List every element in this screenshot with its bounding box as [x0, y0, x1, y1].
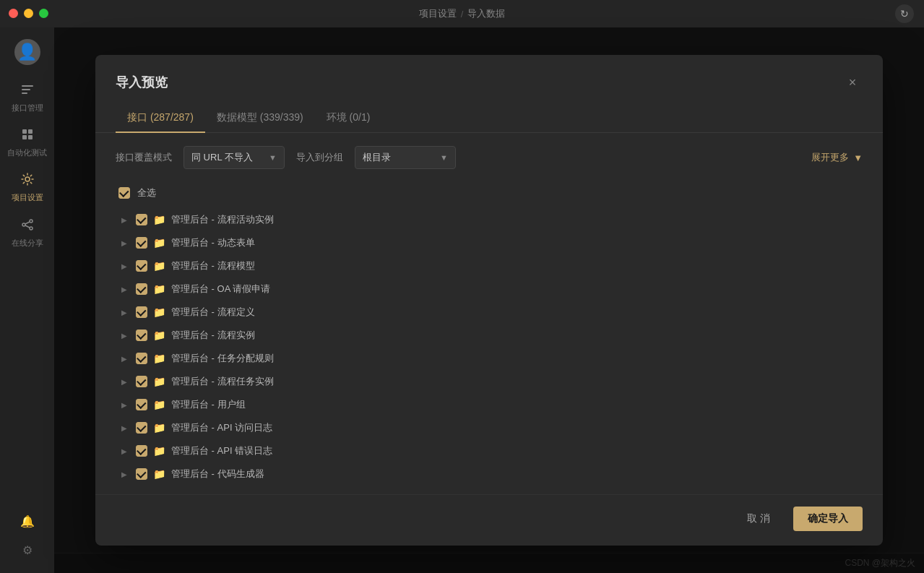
expand-arrow[interactable]: ▶ — [118, 329, 130, 341]
expand-arrow[interactable]: ▶ — [118, 468, 130, 480]
avatar: 👤 — [14, 39, 40, 65]
item-text-3: 管理后台 - OA 请假申请 — [171, 283, 270, 296]
item-checkbox-0[interactable] — [136, 214, 147, 225]
item-checkbox-7[interactable] — [136, 376, 147, 387]
svg-point-9 — [22, 223, 25, 226]
modal-overlay: 导入预览 × 接口 (287/287) 数据模型 (339/339) 环境 (0… — [54, 27, 924, 573]
api-icon — [20, 82, 35, 100]
item-checkbox-5[interactable] — [136, 329, 147, 341]
expand-arrow[interactable]: ▶ — [118, 237, 130, 249]
close-button[interactable] — [9, 9, 18, 18]
maximize-button[interactable] — [39, 9, 48, 18]
expand-arrow[interactable]: ▶ — [118, 260, 130, 272]
item-checkbox-6[interactable] — [136, 353, 147, 364]
folder-icon: 📁 — [153, 306, 165, 318]
sidebar-item-autotest-label: 自动化测试 — [7, 148, 47, 158]
expand-arrow[interactable]: ▶ — [118, 422, 130, 434]
select-all-checkbox[interactable] — [118, 187, 130, 199]
expand-arrow[interactable]: ▶ — [118, 283, 130, 295]
breadcrumb-part2: 导入数据 — [467, 7, 505, 20]
cover-mode-value: 同 URL 不导入 — [191, 151, 253, 164]
import-group-chevron: ▼ — [440, 153, 448, 162]
expand-more-label: 展开更多 — [811, 151, 849, 164]
svg-rect-2 — [22, 92, 27, 94]
confirm-button[interactable]: 确定导入 — [793, 507, 863, 531]
folder-icon: 📁 — [153, 445, 165, 457]
list-item: ▶ 📁 管理后台 - 动态表单 — [116, 231, 863, 254]
item-checkbox-3[interactable] — [136, 283, 147, 295]
item-text-5: 管理后台 - 流程实例 — [171, 329, 255, 342]
settings-icon — [20, 172, 35, 190]
import-group-value: 根目录 — [363, 151, 391, 164]
list-item: ▶ 📁 管理后台 - 代码生成器 — [116, 462, 863, 486]
sidebar-item-api-label: 接口管理 — [12, 103, 43, 113]
sidebar: 👤 接口管理 自动化测试 — [0, 27, 54, 573]
gear-icon[interactable]: ⚙ — [16, 538, 39, 561]
modal-tabs: 接口 (287/287) 数据模型 (339/339) 环境 (0/1) — [95, 104, 883, 133]
sidebar-item-autotest[interactable]: 自动化测试 — [4, 121, 51, 163]
svg-rect-0 — [22, 85, 33, 87]
modal-controls: 接口覆盖模式 同 URL 不导入 ▼ 导入到分组 根目录 ▼ 展开更多 ▼ — [95, 133, 883, 178]
sidebar-item-api[interactable]: 接口管理 — [4, 77, 51, 119]
list-item: ▶ 📁 管理后台 - 流程定义 — [116, 301, 863, 324]
import-preview-modal: 导入预览 × 接口 (287/287) 数据模型 (339/339) 环境 (0… — [95, 55, 883, 546]
cover-mode-select[interactable]: 同 URL 不导入 ▼ — [183, 146, 285, 169]
svg-rect-3 — [22, 129, 27, 134]
item-text-0: 管理后台 - 流程活动实例 — [171, 213, 274, 226]
share-icon — [20, 217, 35, 236]
item-checkbox-4[interactable] — [136, 306, 147, 318]
top-bar: 项目设置 / 导入数据 ↻ — [0, 0, 924, 27]
list-item: ▶ 📁 管理后台 - OA 请假申请 — [116, 277, 863, 301]
expand-arrow[interactable]: ▶ — [118, 306, 130, 318]
list-item: ▶ 📁 管理后台 - API 访问日志 — [116, 416, 863, 439]
expand-arrow[interactable]: ▶ — [118, 399, 130, 410]
expand-arrow[interactable]: ▶ — [118, 376, 130, 387]
close-modal-button[interactable]: × — [842, 72, 863, 92]
breadcrumb-sep: / — [461, 9, 464, 20]
sidebar-item-share-label: 在线分享 — [12, 238, 43, 248]
list-item: ▶ 📁 管理后台 - 流程活动实例 — [116, 208, 863, 231]
folder-icon: 📁 — [153, 214, 165, 225]
sidebar-item-share[interactable]: 在线分享 — [4, 212, 51, 254]
sidebar-item-settings[interactable]: 项目设置 — [4, 166, 51, 208]
item-text-8: 管理后台 - 用户组 — [171, 398, 246, 411]
item-checkbox-1[interactable] — [136, 237, 147, 249]
svg-rect-5 — [22, 135, 27, 139]
modal-list[interactable]: 全选 ▶ 📁 管理后台 - 流程活动实例 ▶ 📁 管理后台 - 动态表单 ▶ — [95, 178, 883, 494]
cover-mode-chevron: ▼ — [269, 153, 277, 162]
import-group-select[interactable]: 根目录 ▼ — [355, 146, 456, 169]
cancel-button[interactable]: 取 消 — [733, 507, 785, 531]
item-checkbox-2[interactable] — [136, 260, 147, 272]
item-checkbox-10[interactable] — [136, 445, 147, 457]
breadcrumb: 项目设置 / 导入数据 — [419, 7, 506, 20]
svg-point-10 — [30, 227, 33, 230]
cover-mode-label: 接口覆盖模式 — [116, 151, 172, 164]
item-text-7: 管理后台 - 流程任务实例 — [171, 375, 274, 388]
minimize-button[interactable] — [24, 9, 33, 18]
expand-arrow[interactable]: ▶ — [118, 214, 130, 225]
expand-arrow[interactable]: ▶ — [118, 353, 130, 364]
modal-header: 导入预览 × — [95, 55, 883, 92]
refresh-icon[interactable]: ↻ — [895, 4, 914, 23]
expand-more-button[interactable]: 展开更多 ▼ — [811, 151, 863, 164]
expand-arrow[interactable]: ▶ — [118, 445, 130, 457]
folder-icon: 📁 — [153, 399, 165, 410]
notification-icon[interactable]: 🔔 — [16, 509, 39, 533]
list-item: ▶ 📁 管理后台 - 流程实例 — [116, 324, 863, 347]
item-text-4: 管理后台 - 流程定义 — [171, 306, 255, 319]
tab-api[interactable]: 接口 (287/287) — [116, 104, 205, 133]
tab-datamodel[interactable]: 数据模型 (339/339) — [205, 104, 315, 133]
item-checkbox-8[interactable] — [136, 399, 147, 410]
autotest-icon — [20, 127, 35, 145]
svg-rect-1 — [22, 89, 30, 90]
sidebar-item-settings-label: 项目设置 — [12, 193, 43, 202]
folder-icon: 📁 — [153, 376, 165, 387]
tab-env[interactable]: 环境 (0/1) — [315, 104, 382, 133]
item-checkbox-11[interactable] — [136, 468, 147, 480]
item-checkbox-9[interactable] — [136, 422, 147, 434]
select-all-row: 全选 — [116, 181, 863, 205]
folder-icon: 📁 — [153, 353, 165, 364]
item-text-9: 管理后台 - API 访问日志 — [171, 421, 272, 434]
item-text-11: 管理后台 - 代码生成器 — [171, 468, 264, 481]
traffic-lights — [9, 9, 48, 18]
